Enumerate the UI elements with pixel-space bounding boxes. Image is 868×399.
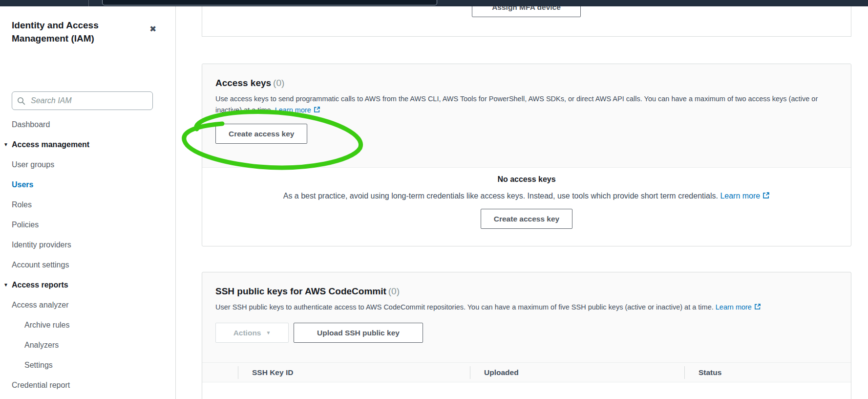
ssh-keys-card: SSH public keys for AWS CodeCommit(0) Us… bbox=[202, 272, 851, 399]
column-header-uploaded[interactable]: Uploaded bbox=[470, 363, 684, 382]
sidebar-item-account-settings[interactable]: Account settings bbox=[0, 260, 176, 270]
sidebar-title: Identity and Access Management (IAM) bbox=[12, 19, 131, 45]
ssh-keys-description: User SSH public keys to authenticate acc… bbox=[215, 302, 838, 313]
ssh-keys-header: SSH public keys for AWS CodeCommit(0) Us… bbox=[202, 272, 851, 343]
access-keys-header: Access keys(0) Use access keys to send p… bbox=[202, 64, 851, 168]
chevron-down-icon: ▼ bbox=[266, 330, 271, 335]
sidebar-item-access-analyzer[interactable]: Access analyzer bbox=[0, 300, 176, 310]
mfa-card-partial: Assign MFA device bbox=[202, 6, 851, 37]
column-header-ssh-key-id[interactable]: SSH Key ID bbox=[238, 363, 470, 382]
sidebar-search[interactable] bbox=[12, 91, 153, 110]
ssh-table-body bbox=[202, 382, 851, 399]
sidebar-item-dashboard[interactable]: Dashboard bbox=[0, 119, 176, 130]
chevron-down-icon: ▼ bbox=[3, 280, 8, 290]
sidebar-item-analyzers[interactable]: Analyzers bbox=[0, 340, 176, 351]
external-link-icon bbox=[314, 106, 320, 113]
sidebar-section-access-reports[interactable]: ▼ Access reports bbox=[0, 280, 176, 290]
top-navbar bbox=[0, 0, 868, 6]
sidebar-item-settings[interactable]: Settings bbox=[0, 360, 176, 371]
actions-dropdown-button[interactable]: Actions ▼ bbox=[215, 323, 289, 343]
navbar-search-box[interactable] bbox=[102, 0, 437, 5]
sidebar-nav: Dashboard ▼ Access management User group… bbox=[0, 119, 176, 399]
column-separator bbox=[238, 366, 238, 379]
sidebar-item-policies[interactable]: Policies bbox=[0, 220, 176, 230]
checkbox-column-header bbox=[202, 363, 238, 382]
empty-state-title: No access keys bbox=[202, 174, 851, 185]
section-label: Access reports bbox=[12, 281, 68, 289]
ssh-table-header: SSH Key ID Uploaded Status bbox=[202, 362, 851, 382]
sidebar-item-roles[interactable]: Roles bbox=[0, 200, 176, 210]
sidebar-item-credential-report[interactable]: Credential report bbox=[0, 380, 176, 391]
title-text: SSH public keys for AWS CodeCommit bbox=[215, 286, 386, 296]
column-header-status[interactable]: Status bbox=[684, 363, 851, 382]
learn-more-link[interactable]: Learn more bbox=[716, 303, 752, 311]
external-link-icon bbox=[754, 303, 761, 310]
close-icon[interactable]: ✖ bbox=[147, 22, 159, 35]
section-label: Access management bbox=[12, 140, 89, 149]
access-keys-description: Use access keys to send programmatic cal… bbox=[215, 93, 838, 116]
sidebar-section-access-management[interactable]: ▼ Access management bbox=[0, 139, 176, 150]
ssh-keys-count: (0) bbox=[388, 286, 400, 296]
access-keys-count: (0) bbox=[273, 78, 284, 88]
access-keys-empty-state: No access keys As a best practice, avoid… bbox=[202, 168, 851, 229]
create-access-key-button-empty[interactable]: Create access key bbox=[481, 209, 572, 229]
empty-state-description: As a best practice, avoid using long-ter… bbox=[202, 190, 851, 202]
sidebar-item-user-groups[interactable]: User groups bbox=[0, 159, 176, 170]
sidebar-item-archive-rules[interactable]: Archive rules bbox=[0, 320, 176, 331]
sidebar-item-users[interactable]: Users bbox=[0, 179, 176, 190]
upload-ssh-public-key-button[interactable]: Upload SSH public key bbox=[294, 323, 423, 343]
access-keys-title: Access keys(0) bbox=[215, 77, 838, 89]
title-text: Access keys bbox=[215, 78, 271, 88]
iam-sidebar: Identity and Access Management (IAM) ✖ D… bbox=[0, 6, 176, 399]
column-separator bbox=[470, 366, 470, 379]
create-access-key-button[interactable]: Create access key bbox=[215, 124, 307, 144]
chevron-down-icon: ▼ bbox=[3, 139, 8, 150]
access-keys-card: Access keys(0) Use access keys to send p… bbox=[202, 64, 851, 246]
column-separator bbox=[684, 366, 685, 379]
navbar-divider bbox=[88, 0, 89, 6]
learn-more-link[interactable]: Learn more bbox=[720, 192, 760, 200]
ssh-toolbar: Actions ▼ Upload SSH public key bbox=[215, 323, 838, 343]
ssh-keys-title: SSH public keys for AWS CodeCommit(0) bbox=[215, 285, 838, 298]
sidebar-item-identity-providers[interactable]: Identity providers bbox=[0, 240, 176, 250]
learn-more-link[interactable]: Learn more bbox=[275, 106, 311, 114]
search-input[interactable] bbox=[30, 96, 148, 106]
external-link-icon bbox=[762, 192, 770, 199]
search-icon bbox=[17, 97, 25, 105]
